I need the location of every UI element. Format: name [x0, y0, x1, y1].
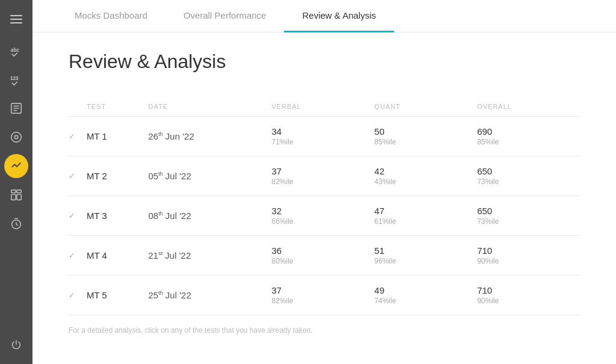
- tab-review-analysis[interactable]: Review & Analysis: [284, 0, 394, 32]
- row-quant: 42 43%ile: [374, 156, 477, 196]
- row-check: ✓: [69, 196, 87, 236]
- col-header-quant: QUANT: [374, 97, 477, 117]
- page-title: Review & Analysis: [69, 51, 580, 73]
- sidebar-item-quant[interactable]: 123: [4, 67, 28, 91]
- row-test-name: MT 4: [87, 236, 149, 276]
- abc-check-icon: abc: [10, 44, 23, 57]
- dashboard-icon: [10, 188, 23, 202]
- svg-point-6: [11, 132, 22, 143]
- svg-rect-10: [11, 194, 16, 200]
- row-check: ✓: [69, 236, 87, 276]
- col-header-date: DATE: [149, 97, 272, 117]
- row-test-name: MT 5: [87, 276, 149, 315]
- schedule-icon: [10, 217, 23, 230]
- table-row[interactable]: ✓ MT 1 26th Jun '22 34 71%ile 50 85%ile …: [69, 117, 580, 156]
- svg-rect-9: [17, 190, 21, 193]
- table-row[interactable]: ✓ MT 5 25th Jul '22 37 82%ile 49 74%ile …: [69, 276, 580, 315]
- row-verbal: 36 80%ile: [272, 236, 375, 276]
- tab-mocks-dashboard[interactable]: Mocks Dashboard: [57, 0, 165, 32]
- menu-button[interactable]: [4, 7, 28, 31]
- top-nav: Mocks Dashboard Overall Performance Revi…: [32, 0, 616, 32]
- row-quant: 50 85%ile: [374, 117, 477, 156]
- row-check: ✓: [69, 156, 87, 196]
- footer-note: For a detailed analysis, click on any of…: [69, 321, 580, 339]
- svg-text:abc: abc: [11, 48, 20, 53]
- content-area: Review & Analysis TEST DATE VERBAL QUANT…: [32, 32, 616, 364]
- row-date: 05th Jul '22: [149, 156, 272, 196]
- tab-overall-performance[interactable]: Overall Performance: [165, 0, 285, 32]
- row-verbal: 37 82%ile: [272, 156, 375, 196]
- row-check: ✓: [69, 117, 87, 156]
- row-test-name: MT 2: [87, 156, 149, 196]
- col-header-test: TEST: [87, 97, 149, 117]
- sidebar-item-reading[interactable]: [4, 125, 28, 149]
- svg-rect-8: [11, 190, 16, 193]
- sidebar-item-power[interactable]: [4, 333, 28, 357]
- col-header-check: [69, 97, 87, 117]
- row-verbal: 37 82%ile: [272, 276, 375, 315]
- row-overall: 710 90%ile: [477, 276, 580, 315]
- sidebar-item-mocks[interactable]: [4, 154, 28, 178]
- row-overall: 650 73%ile: [477, 156, 580, 196]
- svg-point-7: [14, 135, 18, 139]
- sidebar-item-vocab[interactable]: [4, 96, 28, 120]
- row-overall: 710 90%ile: [477, 236, 580, 276]
- row-date: 08th Jul '22: [149, 196, 272, 236]
- row-date: 26th Jun '22: [149, 117, 272, 156]
- sidebar: abc 123: [0, 0, 32, 364]
- row-quant: 47 61%ile: [374, 196, 477, 236]
- row-quant: 49 74%ile: [374, 276, 477, 315]
- col-header-verbal: VERBAL: [272, 97, 375, 117]
- svg-text:123: 123: [10, 76, 19, 81]
- row-quant: 51 96%ile: [374, 236, 477, 276]
- mocks-icon: [10, 159, 23, 173]
- row-test-name: MT 1: [87, 117, 149, 156]
- row-date: 25th Jul '22: [149, 276, 272, 315]
- sidebar-item-dashboard[interactable]: [4, 183, 28, 207]
- main-content: Mocks Dashboard Overall Performance Revi…: [32, 0, 616, 364]
- reading-icon: [10, 131, 23, 144]
- row-date: 21st Jul '22: [149, 236, 272, 276]
- row-overall: 650 73%ile: [477, 196, 580, 236]
- 123-check-icon: 123: [10, 73, 23, 86]
- row-check: ✓: [69, 276, 87, 315]
- col-header-overall: OVERALL: [477, 97, 580, 117]
- row-test-name: MT 3: [87, 196, 149, 236]
- hamburger-icon: [10, 15, 22, 23]
- vocab-icon: [10, 102, 23, 115]
- table-row[interactable]: ✓ MT 3 08th Jul '22 32 66%ile 47 61%ile …: [69, 196, 580, 236]
- table-row[interactable]: ✓ MT 2 05th Jul '22 37 82%ile 42 43%ile …: [69, 156, 580, 196]
- row-verbal: 32 66%ile: [272, 196, 375, 236]
- table-row[interactable]: ✓ MT 4 21st Jul '22 36 80%ile 51 96%ile …: [69, 236, 580, 276]
- sidebar-item-verbal[interactable]: abc: [4, 39, 28, 63]
- row-overall: 690 85%ile: [477, 117, 580, 156]
- svg-rect-11: [17, 194, 21, 200]
- sidebar-item-schedule[interactable]: [4, 212, 28, 236]
- row-verbal: 34 71%ile: [272, 117, 375, 156]
- power-icon: [10, 338, 23, 351]
- review-table: TEST DATE VERBAL QUANT OVERALL ✓ MT 1 26…: [69, 97, 580, 315]
